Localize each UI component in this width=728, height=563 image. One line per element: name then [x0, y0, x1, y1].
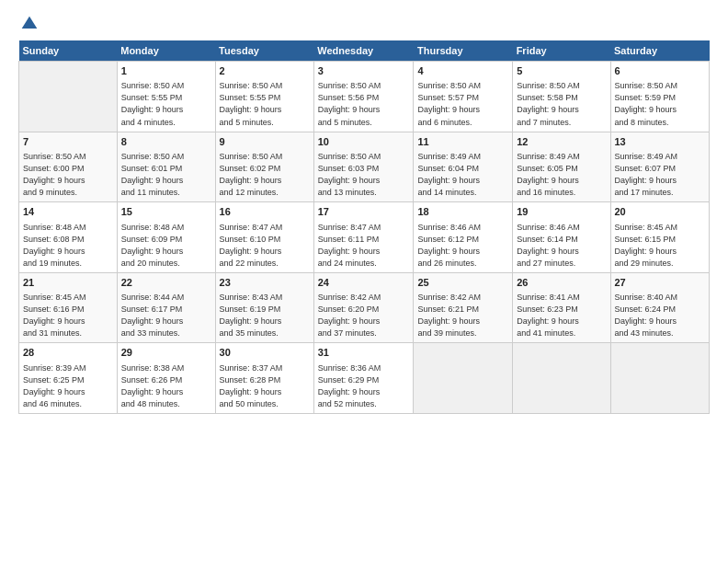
- cell-content: Sunrise: 8:45 AM Sunset: 6:15 PM Dayligh…: [615, 222, 706, 270]
- cell-content: Sunrise: 8:49 AM Sunset: 6:07 PM Dayligh…: [615, 151, 706, 199]
- cell-content: Sunrise: 8:42 AM Sunset: 6:21 PM Dayligh…: [417, 292, 508, 339]
- day-number: 2: [220, 64, 310, 78]
- header-row: SundayMondayTuesdayWednesdayThursdayFrid…: [19, 40, 710, 62]
- cell-content: Sunrise: 8:50 AM Sunset: 5:58 PM Dayligh…: [517, 80, 606, 128]
- calendar-cell: 12Sunrise: 8:49 AM Sunset: 6:05 PM Dayli…: [513, 132, 610, 202]
- cell-content: Sunrise: 8:50 AM Sunset: 6:01 PM Dayligh…: [121, 151, 211, 199]
- day-number: 3: [318, 64, 410, 78]
- cell-content: Sunrise: 8:46 AM Sunset: 6:12 PM Dayligh…: [417, 222, 508, 270]
- calendar-cell: 20Sunrise: 8:45 AM Sunset: 6:15 PM Dayli…: [610, 202, 710, 273]
- cell-content: Sunrise: 8:40 AM Sunset: 6:24 PM Dayligh…: [615, 292, 706, 339]
- cell-content: Sunrise: 8:47 AM Sunset: 6:10 PM Dayligh…: [220, 222, 310, 270]
- calendar-cell: 2Sunrise: 8:50 AM Sunset: 5:55 PM Daylig…: [215, 62, 313, 132]
- cell-content: Sunrise: 8:45 AM Sunset: 6:16 PM Dayligh…: [23, 292, 113, 339]
- week-row-0: 1Sunrise: 8:50 AM Sunset: 5:55 PM Daylig…: [19, 62, 710, 132]
- calendar-cell: 18Sunrise: 8:46 AM Sunset: 6:12 PM Dayli…: [414, 202, 513, 273]
- cell-content: Sunrise: 8:50 AM Sunset: 6:03 PM Dayligh…: [318, 151, 410, 199]
- calendar-cell: 27Sunrise: 8:40 AM Sunset: 6:24 PM Dayli…: [610, 272, 710, 343]
- cell-content: Sunrise: 8:50 AM Sunset: 5:55 PM Dayligh…: [220, 80, 310, 128]
- calendar-cell: [610, 343, 710, 414]
- day-number: 28: [23, 346, 113, 360]
- cell-content: Sunrise: 8:39 AM Sunset: 6:25 PM Dayligh…: [23, 362, 113, 410]
- calendar-cell: 6Sunrise: 8:50 AM Sunset: 5:59 PM Daylig…: [610, 62, 710, 132]
- page: SundayMondayTuesdayWednesdayThursdayFrid…: [0, 0, 728, 563]
- day-number: 4: [417, 64, 508, 78]
- svg-marker-0: [22, 17, 38, 29]
- calendar-table: SundayMondayTuesdayWednesdayThursdayFrid…: [18, 40, 710, 414]
- calendar-cell: 1Sunrise: 8:50 AM Sunset: 5:55 PM Daylig…: [117, 62, 215, 132]
- day-number: 21: [23, 276, 113, 290]
- cell-content: Sunrise: 8:49 AM Sunset: 6:04 PM Dayligh…: [417, 151, 508, 199]
- calendar-cell: 5Sunrise: 8:50 AM Sunset: 5:58 PM Daylig…: [513, 62, 610, 132]
- calendar-cell: 3Sunrise: 8:50 AM Sunset: 5:56 PM Daylig…: [313, 62, 414, 132]
- col-header-tuesday: Tuesday: [215, 40, 313, 62]
- day-number: 9: [220, 135, 310, 149]
- calendar-cell: 23Sunrise: 8:43 AM Sunset: 6:19 PM Dayli…: [215, 272, 313, 343]
- day-number: 19: [517, 205, 606, 219]
- day-number: 30: [220, 346, 310, 360]
- cell-content: Sunrise: 8:38 AM Sunset: 6:26 PM Dayligh…: [121, 362, 211, 410]
- col-header-saturday: Saturday: [610, 40, 710, 62]
- day-number: 31: [318, 346, 410, 360]
- day-number: 16: [220, 205, 310, 219]
- calendar-cell: 14Sunrise: 8:48 AM Sunset: 6:08 PM Dayli…: [19, 202, 118, 273]
- day-number: 14: [23, 205, 113, 219]
- calendar-cell: 10Sunrise: 8:50 AM Sunset: 6:03 PM Dayli…: [313, 132, 414, 202]
- cell-content: Sunrise: 8:36 AM Sunset: 6:29 PM Dayligh…: [318, 362, 410, 410]
- day-number: 29: [121, 346, 211, 360]
- cell-content: Sunrise: 8:48 AM Sunset: 6:09 PM Dayligh…: [121, 222, 211, 270]
- calendar-cell: 9Sunrise: 8:50 AM Sunset: 6:02 PM Daylig…: [215, 132, 313, 202]
- calendar-cell: 13Sunrise: 8:49 AM Sunset: 6:07 PM Dayli…: [610, 132, 710, 202]
- calendar-cell: [513, 343, 610, 414]
- day-number: 7: [23, 135, 113, 149]
- calendar-cell: 8Sunrise: 8:50 AM Sunset: 6:01 PM Daylig…: [117, 132, 215, 202]
- col-header-thursday: Thursday: [414, 40, 513, 62]
- calendar-cell: 15Sunrise: 8:48 AM Sunset: 6:09 PM Dayli…: [117, 202, 215, 273]
- day-number: 27: [615, 276, 706, 290]
- day-number: 17: [318, 205, 410, 219]
- day-number: 26: [517, 276, 606, 290]
- calendar-cell: 21Sunrise: 8:45 AM Sunset: 6:16 PM Dayli…: [19, 272, 118, 343]
- logo-icon: [20, 15, 39, 33]
- day-number: 22: [121, 276, 211, 290]
- cell-content: Sunrise: 8:50 AM Sunset: 5:55 PM Dayligh…: [121, 80, 211, 128]
- calendar-cell: [19, 62, 118, 132]
- day-number: 20: [615, 205, 706, 219]
- day-number: 12: [517, 135, 606, 149]
- day-number: 25: [417, 276, 508, 290]
- calendar-cell: 29Sunrise: 8:38 AM Sunset: 6:26 PM Dayli…: [117, 343, 215, 414]
- cell-content: Sunrise: 8:50 AM Sunset: 6:02 PM Dayligh…: [220, 151, 310, 199]
- calendar-cell: 24Sunrise: 8:42 AM Sunset: 6:20 PM Dayli…: [313, 272, 414, 343]
- calendar-cell: 11Sunrise: 8:49 AM Sunset: 6:04 PM Dayli…: [414, 132, 513, 202]
- day-number: 1: [121, 64, 211, 78]
- cell-content: Sunrise: 8:41 AM Sunset: 6:23 PM Dayligh…: [517, 292, 606, 339]
- calendar-cell: 22Sunrise: 8:44 AM Sunset: 6:17 PM Dayli…: [117, 272, 215, 343]
- day-number: 10: [318, 135, 410, 149]
- calendar-cell: 16Sunrise: 8:47 AM Sunset: 6:10 PM Dayli…: [215, 202, 313, 273]
- cell-content: Sunrise: 8:46 AM Sunset: 6:14 PM Dayligh…: [517, 222, 606, 270]
- calendar-cell: 31Sunrise: 8:36 AM Sunset: 6:29 PM Dayli…: [313, 343, 414, 414]
- day-number: 8: [121, 135, 211, 149]
- calendar-cell: 28Sunrise: 8:39 AM Sunset: 6:25 PM Dayli…: [19, 343, 118, 414]
- calendar-cell: 30Sunrise: 8:37 AM Sunset: 6:28 PM Dayli…: [215, 343, 313, 414]
- cell-content: Sunrise: 8:42 AM Sunset: 6:20 PM Dayligh…: [318, 292, 410, 339]
- cell-content: Sunrise: 8:50 AM Sunset: 5:57 PM Dayligh…: [417, 80, 508, 128]
- cell-content: Sunrise: 8:50 AM Sunset: 5:59 PM Dayligh…: [615, 80, 706, 128]
- week-row-3: 21Sunrise: 8:45 AM Sunset: 6:16 PM Dayli…: [19, 272, 710, 343]
- cell-content: Sunrise: 8:44 AM Sunset: 6:17 PM Dayligh…: [121, 292, 211, 339]
- cell-content: Sunrise: 8:50 AM Sunset: 5:56 PM Dayligh…: [318, 80, 410, 128]
- week-row-4: 28Sunrise: 8:39 AM Sunset: 6:25 PM Dayli…: [19, 343, 710, 414]
- cell-content: Sunrise: 8:48 AM Sunset: 6:08 PM Dayligh…: [23, 222, 113, 270]
- cell-content: Sunrise: 8:43 AM Sunset: 6:19 PM Dayligh…: [220, 292, 310, 339]
- day-number: 18: [417, 205, 508, 219]
- calendar-cell: 26Sunrise: 8:41 AM Sunset: 6:23 PM Dayli…: [513, 272, 610, 343]
- col-header-wednesday: Wednesday: [313, 40, 414, 62]
- day-number: 13: [615, 135, 706, 149]
- week-row-2: 14Sunrise: 8:48 AM Sunset: 6:08 PM Dayli…: [19, 202, 710, 273]
- calendar-cell: 25Sunrise: 8:42 AM Sunset: 6:21 PM Dayli…: [414, 272, 513, 343]
- day-number: 15: [121, 205, 211, 219]
- calendar-cell: 4Sunrise: 8:50 AM Sunset: 5:57 PM Daylig…: [414, 62, 513, 132]
- day-number: 5: [517, 64, 606, 78]
- calendar-cell: 19Sunrise: 8:46 AM Sunset: 6:14 PM Dayli…: [513, 202, 610, 273]
- calendar-cell: 17Sunrise: 8:47 AM Sunset: 6:11 PM Dayli…: [313, 202, 414, 273]
